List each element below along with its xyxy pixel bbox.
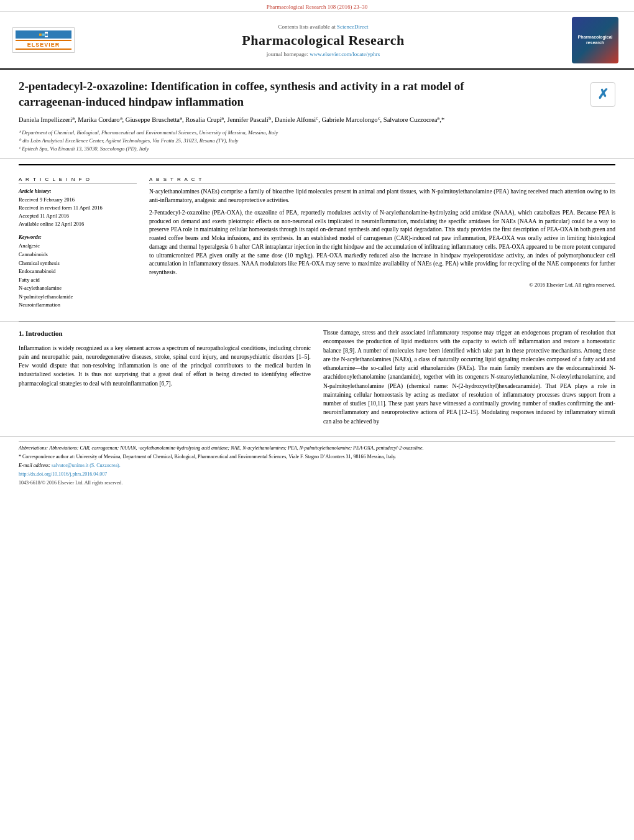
elsevier-logo: ■■■ ELSEVIER [12, 27, 75, 53]
affiliations: ᵃ Department of Chemical, Biological, Ph… [19, 129, 581, 152]
abbreviations-footnote: Abbreviations: Abbreviations: CAR, carra… [19, 445, 615, 452]
affiliation-a: ᵃ Department of Chemical, Biological, Ph… [19, 129, 581, 137]
doi-line: http://dx.doi.org/10.1016/j.phrs.2016.04… [19, 471, 615, 478]
correspondence-footnote: * Correspondence author at: University o… [19, 453, 615, 461]
elsevier-logo-area: ■■■ ELSEVIER [12, 27, 75, 53]
email-footnote: E-mail address: salvator@unime.it (S. Cu… [19, 462, 615, 469]
affiliation-c: ᶜ Epitech Spa, Via Einaudi 13, 35030, Sa… [19, 145, 581, 153]
article-history: Article history: Received 9 February 201… [19, 188, 137, 228]
article-info-panel: A R T I C L E I N F O Article history: R… [19, 177, 137, 315]
issn-line: 1043-6618/© 2016 Elsevier Ltd. All right… [19, 479, 615, 487]
journal-logo-area: Pharmacological research [572, 17, 622, 63]
authors-list: Daniela Impellizzeriᵃ, Marika Cordaroᵃ, … [19, 116, 581, 125]
affiliation-b: ᵇ dto Labs Analytical Excellence Center,… [19, 137, 581, 145]
journal-homepage: journal homepage: www.elsevier.com/locat… [81, 51, 566, 57]
article-title: 2-pentadecyl-2-oxazoline: Identification… [19, 79, 528, 109]
article-header: 2-pentadecyl-2-oxazoline: Identification… [0, 70, 634, 159]
contents-available-line: Contents lists available at ScienceDirec… [81, 24, 566, 30]
sciencedirect-link[interactable]: ScienceDirect [337, 24, 368, 30]
main-content: 1. Introduction Inflammation is widely r… [0, 322, 634, 436]
abstract-para-1: N-acylethanolamines (NAEs) comprise a fa… [149, 188, 615, 205]
journal-title: Pharmacological Research [81, 32, 566, 48]
homepage-link[interactable]: www.elsevier.com/locate/yphrs [310, 51, 380, 57]
history-title: Article history: [19, 188, 137, 194]
keyword-8: Neuroinflammation [19, 301, 137, 310]
keyword-3: Chemical synthesis [19, 259, 137, 268]
history-received: Received 9 February 2016 [19, 196, 137, 204]
history-accepted: Accepted 11 April 2016 [19, 212, 137, 220]
abstract-section: A B S T R A C T N-acylethanolamines (NAE… [149, 177, 615, 315]
keyword-4: Endocannabinoid [19, 267, 137, 276]
keyword-5: Fatty acid [19, 276, 137, 285]
journal-logo: Pharmacological research [572, 17, 618, 63]
section-divider [19, 164, 615, 165]
abstract-header: A B S T R A C T [149, 177, 615, 184]
introduction-title: 1. Introduction [19, 328, 311, 339]
article-info-abstract: A R T I C L E I N F O Article history: R… [0, 170, 634, 321]
main-col-left: 1. Introduction Inflammation is widely r… [19, 328, 311, 430]
history-online: Available online 12 April 2016 [19, 220, 137, 228]
intro-left-para-1: Inflammation is widely recognized as a k… [19, 344, 311, 388]
email-link[interactable]: salvator@unime.it (S. Cuzzocrea). [52, 463, 121, 468]
abstract-text: N-acylethanolamines (NAEs) comprise a fa… [149, 188, 615, 288]
intro-right-para-1: Tissue damage, stress and their associat… [323, 328, 615, 426]
footnotes-section: Abbreviations: Abbreviations: CAR, carra… [0, 436, 634, 489]
doi-link[interactable]: http://dx.doi.org/10.1016/j.phrs.2016.04… [19, 471, 107, 477]
history-revised: Received in revised form 11 April 2016 [19, 204, 137, 212]
abstract-para-2: 2-Pentadecyl-2-oxazoline (PEA-OXA), the … [149, 209, 615, 277]
keyword-2: Cannabinoids [19, 251, 137, 259]
footnote-divider [19, 441, 615, 442]
keywords-title: Keywords: [19, 234, 137, 240]
keyword-6: N-acylethanolamine [19, 284, 137, 293]
keywords-section: Keywords: Analgesic Cannabinoids Chemica… [19, 234, 137, 310]
keyword-7: N-palmitoylethanolamide [19, 293, 137, 302]
crossmark-logo: ✗ [590, 82, 615, 107]
journal-header-center: Contents lists available at ScienceDirec… [75, 24, 572, 57]
page-header: ■■■ ELSEVIER Contents lists available at… [0, 12, 634, 70]
journal-reference: Pharmacological Research 108 (2016) 23–3… [0, 0, 634, 12]
abstract-copyright: © 2016 Elsevier Ltd. All rights reserved… [149, 281, 615, 288]
keyword-1: Analgesic [19, 242, 137, 251]
journal-ref-text: Pharmacological Research 108 (2016) 23–3… [267, 4, 367, 10]
article-info-header: A R T I C L E I N F O [19, 177, 137, 184]
main-col-right: Tissue damage, stress and their associat… [323, 328, 615, 430]
